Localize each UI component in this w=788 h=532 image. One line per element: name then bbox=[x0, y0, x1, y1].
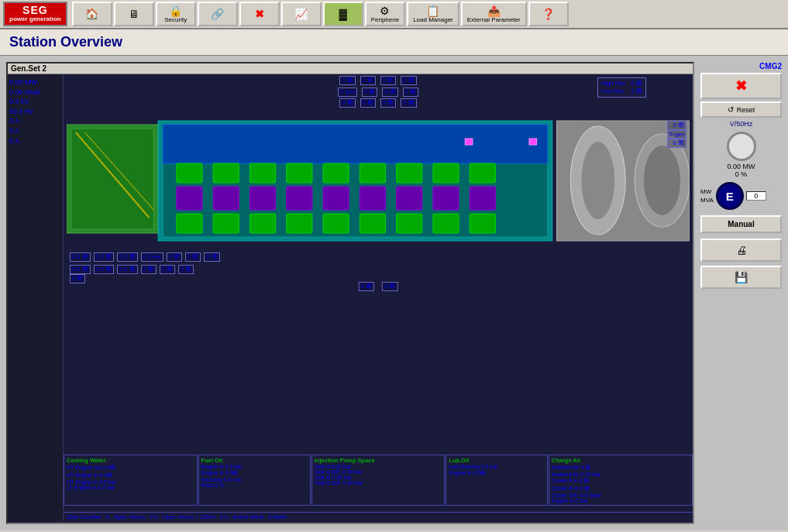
inj-side-b-diff: Side B Diff. 0.00 bar bbox=[315, 480, 442, 486]
monitor-button[interactable]: 🖥 bbox=[114, 2, 154, 26]
network-icon: 🔗 bbox=[211, 9, 224, 19]
svg-rect-11 bbox=[323, 163, 349, 183]
svg-rect-10 bbox=[287, 163, 312, 183]
top-reading-7: 0 燃 bbox=[382, 88, 397, 97]
load-manager-button[interactable]: 📋 Load Manager bbox=[407, 2, 459, 26]
printer-icon: 🖨 bbox=[736, 244, 747, 256]
external-param-icon: 📤 bbox=[487, 5, 501, 16]
charge-engine-in: Engine in 0 bar bbox=[552, 498, 690, 503]
top-reading-4: 0 燃 bbox=[401, 76, 416, 85]
svg-rect-1 bbox=[71, 129, 153, 229]
mid-reading-4: 0.0 bar bbox=[141, 252, 163, 262]
company-logo: SEG power generation bbox=[3, 2, 67, 26]
right-side-r1: 0 燃 bbox=[667, 121, 686, 130]
reset-button[interactable]: ↺ Reset bbox=[700, 101, 782, 118]
inj-side-a: Side A 0.00 bar bbox=[315, 464, 442, 469]
lub-engine-in: Engine in 0.0燃 bbox=[449, 469, 544, 477]
status-bar: Start Counter 0 Oper. Hours 0 h Oper. Ho… bbox=[64, 512, 693, 521]
home-button[interactable]: 🏠 bbox=[72, 2, 112, 26]
manual-button[interactable]: Manual bbox=[700, 215, 782, 233]
mw-label: MW bbox=[700, 187, 714, 196]
svg-rect-7 bbox=[177, 163, 202, 183]
mid-reading-9: 0.0 燃 bbox=[94, 265, 115, 274]
e-button-section: MW MVA E bbox=[700, 182, 782, 210]
svg-rect-8 bbox=[213, 163, 239, 183]
reset-icon: ↺ bbox=[728, 105, 734, 114]
top-reading-10: 0 燃 bbox=[360, 98, 376, 108]
monitor-icon: 🖥 bbox=[129, 9, 139, 19]
charge-ambient1: Ambient Air 0 燃 bbox=[552, 464, 690, 472]
save-icon: 💾 bbox=[735, 271, 748, 283]
peripherie-button[interactable]: ⚙ Peripherie bbox=[365, 2, 405, 26]
bot-reading-2: 0 燃 bbox=[359, 282, 374, 291]
network-button[interactable]: 🔗 bbox=[198, 2, 238, 26]
svg-rect-39 bbox=[465, 139, 472, 145]
close-button[interactable]: ✖ bbox=[239, 2, 280, 26]
mid-reading-13: 0 燃 bbox=[178, 265, 194, 274]
svg-rect-13 bbox=[397, 163, 422, 183]
right-side-r3: 0 燃 bbox=[667, 139, 686, 148]
e-circuit-button[interactable]: E bbox=[716, 182, 744, 210]
power-indicator-container: 0.00 MW 0 % bbox=[700, 132, 782, 178]
svg-rect-21 bbox=[360, 187, 385, 210]
top-reading-5: 0 rpm bbox=[338, 88, 357, 97]
fuel-engine-in2: Engine in 0.0燃 bbox=[201, 469, 308, 477]
logo-text-top: SEG bbox=[22, 5, 48, 16]
close-icon: ✖ bbox=[255, 9, 264, 19]
toolbar: SEG power generation 🏠 🖥 🔒 Security 🔗 ✖ … bbox=[0, 0, 788, 29]
top-reading-6: 0 燃 bbox=[362, 88, 377, 97]
chart-icon: 📈 bbox=[294, 9, 308, 19]
mvar-reading: 0.00 Mvar bbox=[9, 88, 61, 98]
low-dev: Low Dev. 0 燃 bbox=[601, 88, 642, 95]
mid-reading-10: 0.0 燃 bbox=[117, 265, 138, 274]
save-button[interactable]: 💾 bbox=[700, 266, 782, 289]
cooling-water-title: Cooling Water bbox=[67, 457, 194, 464]
chart-button[interactable]: 📈 bbox=[281, 2, 322, 26]
charge-cooler-a: Cooler A in 0 燃 bbox=[552, 477, 690, 485]
external-param-button[interactable]: 📤 External Parameter bbox=[461, 2, 527, 26]
bot-reading-3: 0 燃 bbox=[382, 282, 397, 291]
high-dev: High Dev. 0 燃 bbox=[601, 80, 642, 88]
svg-point-38 bbox=[644, 146, 680, 215]
mid-reading-3: 0.0 燃 bbox=[117, 252, 138, 262]
svg-rect-25 bbox=[177, 214, 202, 233]
top-reading-8: 0 燃 bbox=[403, 88, 418, 97]
fuel-viscosity: Viscosity 0.0 cSt bbox=[201, 477, 308, 482]
external-param-label: External Parameter bbox=[467, 16, 521, 23]
mid-reading-2: 0.0 燃 bbox=[94, 252, 115, 262]
fuel-engine-in1: Engine in 0.0 bar bbox=[201, 464, 308, 469]
right-side-r2: 0 rpm bbox=[667, 130, 686, 139]
mid-reading-8: 0.0 燃 bbox=[70, 265, 91, 274]
left-readings: 0.00 MW 0.00 Mvar 0.0 kV 50.0 Hz 0 A 0 A… bbox=[8, 74, 64, 521]
svg-rect-33 bbox=[470, 214, 495, 233]
help-button[interactable]: ❓ bbox=[528, 2, 569, 26]
top-reading-2: 0 燃 bbox=[360, 76, 376, 85]
reset-label: Reset bbox=[737, 106, 755, 114]
e-value-input[interactable] bbox=[746, 191, 766, 201]
green-button[interactable]: ▓ bbox=[323, 2, 363, 26]
start-counter-val: 0 bbox=[106, 513, 109, 520]
power-mw-display: 0.00 MW bbox=[727, 163, 755, 170]
svg-rect-15 bbox=[470, 163, 495, 183]
fault-button[interactable]: ✖ bbox=[700, 73, 782, 99]
lub-oil-title: Lub.Oil bbox=[449, 457, 544, 464]
fuel-rack: Rack 0 % bbox=[201, 482, 308, 488]
load-manager-icon: 📋 bbox=[426, 5, 439, 16]
lub-last-bearing: Last Bearing 0.0 bar bbox=[449, 464, 544, 469]
dev-box: High Dev. 0 燃 Low Dev. 0 燃 bbox=[597, 77, 646, 98]
mw-reading: 0.00 MW bbox=[9, 77, 61, 88]
mid-reading-11: 0 燃 bbox=[141, 265, 157, 274]
top-reading-11: 0 燃 bbox=[380, 98, 396, 108]
svg-rect-30 bbox=[360, 214, 385, 233]
security-button[interactable]: 🔒 Security bbox=[156, 2, 196, 26]
printer-button[interactable]: 🖨 bbox=[700, 239, 782, 262]
svg-rect-19 bbox=[287, 187, 312, 210]
logo-text-bottom: power generation bbox=[9, 16, 61, 23]
cmg-label: CMG2 bbox=[700, 62, 782, 70]
ht-engine-out: HT Engine out 0.0燃 bbox=[67, 464, 194, 472]
security-label: Security bbox=[164, 16, 187, 23]
page-header: Station Overview bbox=[0, 29, 788, 56]
charge-cooler-b: Cooler B in 0 燃 bbox=[552, 485, 690, 493]
load-manager-label: Load Manager bbox=[413, 16, 453, 23]
start-counter-label: Start Counter bbox=[67, 513, 102, 520]
